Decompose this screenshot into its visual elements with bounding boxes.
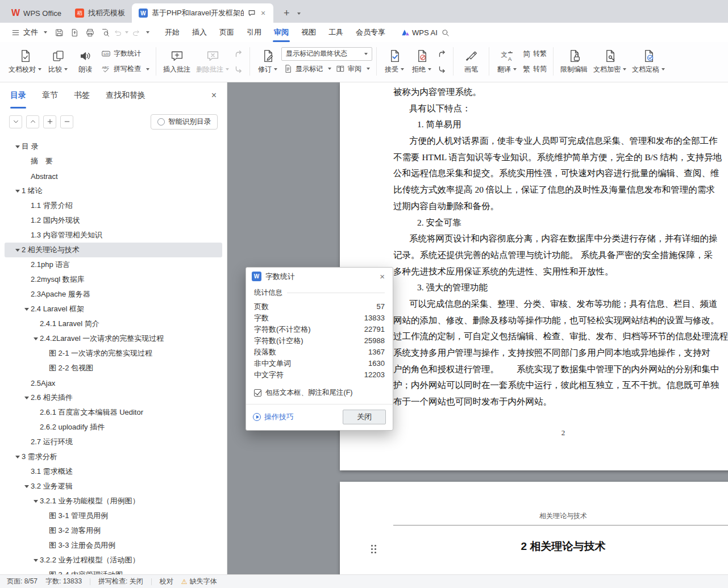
file-menu-button[interactable]: 文件 <box>7 27 52 37</box>
toc-expand-icon[interactable] <box>14 145 22 148</box>
to-traditional-button[interactable]: 简 转繁 <box>521 47 549 61</box>
tips-link[interactable]: 操作技巧 <box>253 412 294 422</box>
decrease-level-button[interactable] <box>60 115 73 128</box>
toc-item[interactable]: 2.3Apache 服务器 <box>5 287 222 302</box>
wps-ai-button[interactable]: WPS AI <box>401 28 438 37</box>
toc-expand-icon[interactable] <box>14 456 22 458</box>
include-footnotes-row[interactable]: 包括文本框、脚注和尾注(F) <box>254 388 385 398</box>
expand-all-button[interactable] <box>26 115 39 128</box>
document-page-2[interactable]: 相关理论与技术 2 相关理论与技术 <box>340 482 728 574</box>
toc-item[interactable]: 图 3-1 管理员用例 <box>5 508 222 523</box>
previous-comment-button[interactable] <box>232 47 246 61</box>
docer-template-tab[interactable]: 稻 找稻壳模板 <box>68 3 132 23</box>
export-pdf-button[interactable] <box>67 25 82 40</box>
dialog-close-icon[interactable]: × <box>377 271 387 282</box>
quick-access-chevron-icon[interactable] <box>146 31 149 34</box>
toc-item[interactable]: 3.2 业务逻辑 <box>5 479 222 494</box>
sidebar-tab[interactable]: 章节 <box>42 82 58 109</box>
save-button[interactable] <box>52 25 67 40</box>
menu-tab[interactable]: 审阅 <box>268 23 295 42</box>
menu-tab[interactable]: 插入 <box>186 23 213 42</box>
toc-item[interactable]: 2.6.1 百度富文本编辑器 Ueditor <box>5 405 222 420</box>
document-page-1[interactable]: 被称为内容管理系统。具有以下特点：1. 简单易用方便的人机对话界面，使非专业人员… <box>340 82 728 470</box>
toc-expand-icon[interactable] <box>23 308 31 311</box>
close-tab-icon[interactable]: × <box>260 9 267 18</box>
toc-item[interactable]: 1.3 内容管理相关知识 <box>5 228 222 243</box>
search-button[interactable] <box>438 25 453 40</box>
menu-tab[interactable]: 开始 <box>159 23 186 42</box>
menu-tab[interactable]: 工具 <box>322 23 350 42</box>
finalize-document-button[interactable]: 文档定稿 <box>629 45 668 78</box>
increase-level-button[interactable] <box>43 115 56 128</box>
toc-item[interactable]: 2.2mysql 数据库 <box>5 272 222 287</box>
print-preview-button[interactable] <box>98 25 113 40</box>
toc-item[interactable]: 图 3-3 注册会员用例 <box>5 538 222 553</box>
to-simplified-button[interactable]: 繁 转简 <box>521 62 549 76</box>
encrypt-document-button[interactable]: 文档加密 <box>590 45 629 78</box>
collapse-all-button[interactable] <box>9 115 22 128</box>
toc-item[interactable]: 图 2-2 包视图 <box>5 361 222 376</box>
toc-item[interactable]: 2.6 相关插件 <box>5 390 222 405</box>
redo-button[interactable] <box>128 25 144 40</box>
menu-tab[interactable]: 页面 <box>213 23 240 42</box>
status-spell-check[interactable]: 拼写检查: 关闭 <box>98 577 143 586</box>
sidebar-tab[interactable]: 书签 <box>74 82 90 109</box>
toc-item[interactable]: Abstract <box>5 169 222 184</box>
markup-state-select[interactable]: 显示标记的最终状态 <box>281 47 372 61</box>
delete-comment-button[interactable]: 删除批注 <box>193 45 232 78</box>
status-proofread[interactable]: 校对 <box>160 577 173 586</box>
tab-list-chevron-icon[interactable] <box>297 12 301 15</box>
toc-item[interactable]: 3.2.1 业务功能模型（用例图） <box>5 494 222 508</box>
status-missing-font[interactable]: ⚠ 缺失字体 <box>181 577 217 586</box>
toc-item[interactable]: 1.1 背景介绍 <box>5 198 222 213</box>
toc-item[interactable]: 2.4.1 Laravel 简介 <box>5 316 222 331</box>
toc-expand-icon[interactable] <box>32 500 40 503</box>
app-home-tab[interactable]: W WPS Office <box>5 3 68 23</box>
translate-button[interactable]: 文A 翻译 <box>493 45 521 78</box>
toc-item[interactable]: 图 2-1 一次请求的完整实现过程 <box>5 346 222 361</box>
previous-change-button[interactable] <box>435 47 449 61</box>
document-area[interactable]: 被称为内容管理系统。具有以下特点：1. 简单易用方便的人机对话界面，使非专业人员… <box>227 82 728 574</box>
proofread-button[interactable]: 文档校对 <box>6 45 44 78</box>
toc-item[interactable]: 2.4 Laravel 框架 <box>5 302 222 316</box>
toc-item[interactable]: 2.5Ajax <box>5 376 222 390</box>
compare-button[interactable]: 比较 <box>44 45 72 78</box>
reject-change-button[interactable]: 拒绝 <box>408 45 435 78</box>
menu-tab[interactable]: 引用 <box>240 23 268 42</box>
toc-item[interactable]: 图 3-4 内容管理活动图 <box>5 568 222 574</box>
dialog-title-bar[interactable]: W 字数统计 × <box>246 268 393 285</box>
toc-expand-icon[interactable] <box>32 337 40 340</box>
next-change-button[interactable] <box>435 62 449 76</box>
highlighter-button[interactable]: 画笔 <box>457 45 485 78</box>
toc-item[interactable]: 2 相关理论与技术 <box>5 243 222 257</box>
toc-expand-icon[interactable] <box>23 485 31 488</box>
review-pane-button[interactable]: 审阅 <box>334 62 372 76</box>
read-aloud-button[interactable]: 朗读 <box>72 45 99 78</box>
close-sidebar-icon[interactable]: × <box>211 90 217 101</box>
next-comment-button[interactable] <box>232 62 246 76</box>
print-button[interactable] <box>82 25 98 40</box>
toc-item[interactable]: 摘 要 <box>5 154 222 169</box>
menu-tab[interactable]: 视图 <box>295 23 322 42</box>
toc-expand-icon[interactable] <box>14 249 22 252</box>
toc-item[interactable]: 2.1php 语言 <box>5 257 222 272</box>
dialog-close-button[interactable]: 关闭 <box>343 410 386 424</box>
status-word-count[interactable]: 字数: 13833 <box>45 577 82 586</box>
toc-item[interactable]: 3.1 需求概述 <box>5 464 222 479</box>
document-tab[interactable]: W 基于PHP和laravel开发框架的 × <box>132 3 273 23</box>
track-changes-button[interactable]: 修订 <box>254 45 281 78</box>
insert-comment-button[interactable]: 插入批注 <box>160 45 193 78</box>
word-count-button[interactable]: 123 字数统计 <box>99 47 152 61</box>
toc-item[interactable]: 2.7 运行环境 <box>5 435 222 449</box>
sidebar-tab[interactable]: 查找和替换 <box>106 82 145 109</box>
toc-expand-icon[interactable] <box>32 559 40 562</box>
paragraph-drag-handle[interactable] <box>371 545 373 547</box>
toc-item[interactable]: 图 3-2 游客用例 <box>5 523 222 538</box>
toc-item[interactable]: 3.2.2 业务过程模型（活动图） <box>5 553 222 568</box>
toc-item[interactable]: 3 需求分析 <box>5 449 222 464</box>
restrict-editing-button[interactable]: 限制编辑 <box>558 45 590 78</box>
toc-item[interactable]: 2.6.2 uploadify 插件 <box>5 420 222 435</box>
toc-item[interactable]: 目 录 <box>5 139 222 154</box>
toc-item[interactable]: 1 绪论 <box>5 184 222 198</box>
toc-item[interactable]: 1.2 国内外现状 <box>5 213 222 228</box>
